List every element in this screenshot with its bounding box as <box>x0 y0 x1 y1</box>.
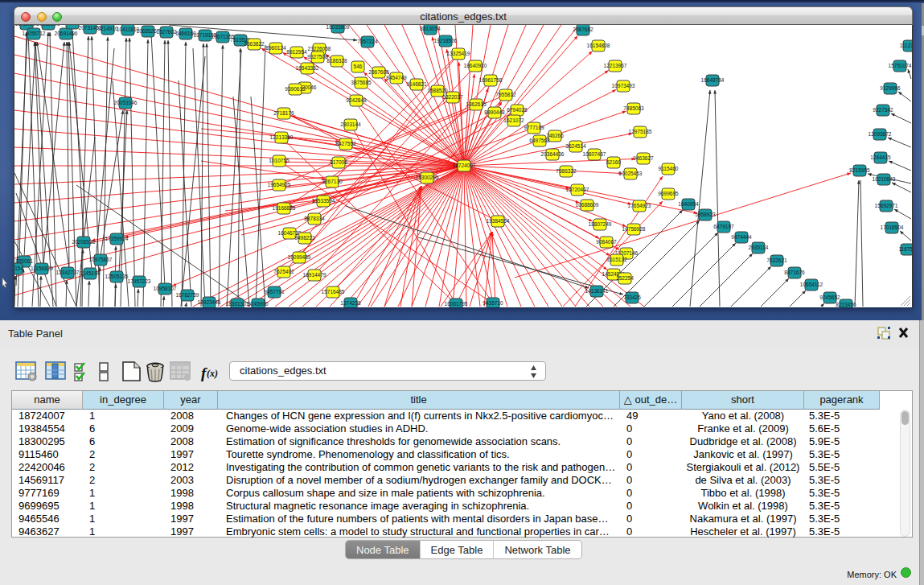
svg-text:3875685: 3875685 <box>351 80 372 85</box>
svg-text:7857224: 7857224 <box>357 39 378 44</box>
svg-text:12093872: 12093872 <box>869 131 892 137</box>
svg-text:9115460: 9115460 <box>659 166 679 171</box>
svg-text:9463627: 9463627 <box>633 155 654 161</box>
svg-text:9242848: 9242848 <box>346 97 367 103</box>
svg-text:12923446: 12923446 <box>198 299 221 305</box>
svg-text:6322037: 6322037 <box>442 94 463 100</box>
svg-text:817006: 817006 <box>330 159 347 165</box>
svg-text:20691406: 20691406 <box>55 31 78 36</box>
svg-text:16210643: 16210643 <box>873 176 896 182</box>
svg-text:10654112: 10654112 <box>800 282 823 287</box>
svg-text:7663822: 7663822 <box>244 41 265 47</box>
svg-text:9390613: 9390613 <box>285 86 306 92</box>
svg-text:10807487: 10807487 <box>583 151 606 157</box>
svg-text:10688609: 10688609 <box>576 202 599 208</box>
svg-text:9227342: 9227342 <box>873 107 893 113</box>
svg-text:9457791: 9457791 <box>264 289 285 295</box>
svg-text:8813054: 8813054 <box>420 26 441 31</box>
svg-text:6497568: 6497568 <box>529 138 550 143</box>
svg-text:2087682: 2087682 <box>573 27 593 32</box>
svg-text:16099489: 16099489 <box>288 254 311 260</box>
svg-text:14055712: 14055712 <box>23 31 46 36</box>
svg-text:17654923: 17654923 <box>628 203 651 208</box>
svg-text:16914479: 16914479 <box>303 272 326 278</box>
svg-text:1588520: 1588520 <box>427 88 448 93</box>
svg-text:20364436: 20364436 <box>541 151 565 157</box>
svg-text:17359924: 17359924 <box>105 236 129 241</box>
svg-text:12213369: 12213369 <box>270 134 294 140</box>
svg-text:8471676: 8471676 <box>784 270 805 275</box>
svg-text:13533594: 13533594 <box>312 198 335 204</box>
svg-text:1615132: 1615132 <box>606 257 627 262</box>
svg-text:(x): (x) <box>207 368 218 379</box>
svg-text:18301301: 18301301 <box>226 301 249 307</box>
svg-text:7955812: 7955812 <box>495 92 516 97</box>
svg-text:8223456: 8223456 <box>836 302 856 307</box>
svg-text:12505135: 12505135 <box>105 274 129 279</box>
svg-text:16154808: 16154808 <box>587 43 610 48</box>
svg-text:18640910: 18640910 <box>464 63 487 68</box>
svg-text:62160: 62160 <box>606 159 621 165</box>
svg-text:19218506: 19218506 <box>434 38 458 43</box>
svg-text:14136141: 14136141 <box>585 288 609 294</box>
svg-text:1145194: 1145194 <box>80 270 101 276</box>
svg-text:9214910: 9214910 <box>97 26 118 31</box>
svg-text:20053346: 20053346 <box>114 100 138 105</box>
svg-text:9146821: 9146821 <box>406 81 427 87</box>
svg-text:546: 546 <box>354 64 363 69</box>
svg-text:23226058: 23226058 <box>308 46 331 51</box>
svg-text:8427552: 8427552 <box>335 141 356 146</box>
svg-text:9498222: 9498222 <box>294 235 315 241</box>
svg-text:1621072: 1621072 <box>503 117 524 123</box>
svg-text:9777169: 9777169 <box>524 125 544 130</box>
svg-text:8960124: 8960124 <box>265 45 286 51</box>
svg-text:16782759: 16782759 <box>176 292 199 298</box>
svg-text:19654925: 19654925 <box>268 182 291 187</box>
svg-text:9084067: 9084067 <box>596 239 617 245</box>
svg-text:5958923: 5958923 <box>695 212 716 217</box>
svg-text:16961758: 16961758 <box>479 77 503 83</box>
svg-text:16030317: 16030317 <box>15 25 39 27</box>
svg-text:10958107: 10958107 <box>154 286 177 291</box>
svg-text:9327508: 9327508 <box>307 54 328 60</box>
svg-text:13325419: 13325419 <box>447 51 470 56</box>
svg-text:10756928: 10756928 <box>622 226 646 232</box>
svg-text:1010755: 1010755 <box>269 158 290 163</box>
svg-text:15716485: 15716485 <box>322 289 345 295</box>
svg-text:18724007: 18724007 <box>453 163 476 168</box>
svg-text:1640954: 1640954 <box>678 201 699 207</box>
svg-text:1112345: 1112345 <box>900 43 912 48</box>
svg-text:15692971: 15692971 <box>875 203 898 208</box>
svg-text:11156829: 11156829 <box>31 266 53 271</box>
svg-text:2718176: 2718176 <box>273 110 294 116</box>
svg-text:12975185: 12975185 <box>629 129 652 134</box>
svg-text:8186328: 8186328 <box>326 58 347 64</box>
svg-text:1527602: 1527602 <box>156 29 177 35</box>
svg-text:9699695: 9699695 <box>658 191 679 196</box>
svg-text:7485063: 7485063 <box>623 105 644 111</box>
svg-text:8878334: 8878334 <box>304 216 325 221</box>
svg-text:16061795: 16061795 <box>445 301 468 307</box>
svg-text:18300295: 18300295 <box>416 175 439 180</box>
svg-text:17016504: 17016504 <box>881 225 904 230</box>
svg-text:20206536: 20206536 <box>72 239 96 245</box>
svg-text:9129966: 9129966 <box>880 85 901 91</box>
svg-text:252254: 252254 <box>616 275 634 281</box>
svg-text:9474444: 9474444 <box>731 234 752 240</box>
svg-text:15751074: 15751074 <box>889 63 912 68</box>
svg-text:6479197: 6479197 <box>713 224 734 229</box>
svg-text:7625402: 7625402 <box>273 269 294 274</box>
svg-text:15720407: 15720407 <box>566 187 589 192</box>
svg-text:10975867: 10975867 <box>89 257 113 262</box>
svg-text:12342737: 12342737 <box>56 270 80 275</box>
svg-text:8912954: 8912954 <box>286 49 307 55</box>
svg-text:7986322: 7986322 <box>556 168 577 174</box>
svg-text:8990448: 8990448 <box>484 109 505 115</box>
svg-text:1374238: 1374238 <box>340 300 361 306</box>
svg-text:19384554: 19384554 <box>487 218 510 224</box>
svg-text:6794028: 6794028 <box>507 107 528 113</box>
svg-text:8215955: 8215955 <box>849 167 870 173</box>
svg-text:733426: 733426 <box>623 295 641 300</box>
svg-text:99154: 99154 <box>14 266 23 271</box>
svg-text:9245652: 9245652 <box>819 295 840 300</box>
